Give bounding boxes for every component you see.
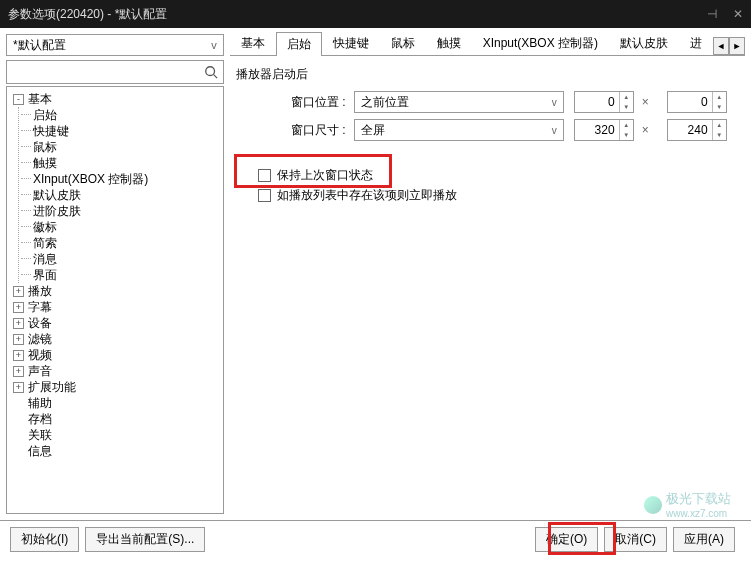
spinner-up-icon[interactable]: ▲: [620, 120, 633, 130]
checkbox-label: 保持上次窗口状态: [277, 167, 373, 184]
size-w-spinner[interactable]: 320 ▲▼: [574, 119, 634, 141]
spinner-down-icon[interactable]: ▼: [620, 102, 633, 112]
tree-child[interactable]: 启始: [19, 107, 221, 123]
ok-button[interactable]: 确定(O): [535, 527, 598, 552]
tab-hotkey[interactable]: 快捷键: [322, 31, 380, 55]
window-title: 参数选项(220420) - *默认配置: [8, 6, 707, 23]
tree-toggle-icon[interactable]: +: [13, 318, 24, 329]
keep-last-window-state-checkbox[interactable]: 保持上次窗口状态: [236, 165, 739, 185]
multiply-icon: ×: [642, 95, 649, 109]
footer: 初始化(I) 导出当前配置(S)... 确定(O) 取消(C) 应用(A): [0, 520, 751, 558]
config-selector-value: *默认配置: [13, 37, 211, 54]
tree-item[interactable]: +滤镜: [9, 331, 221, 347]
tree-child[interactable]: 界面: [19, 267, 221, 283]
search-box[interactable]: [6, 60, 224, 84]
close-icon[interactable]: ✕: [733, 7, 743, 21]
spinner-down-icon[interactable]: ▼: [620, 130, 633, 140]
tree-label: 基本: [28, 91, 52, 108]
search-icon[interactable]: [203, 64, 219, 80]
tab-touch[interactable]: 触摸: [426, 31, 472, 55]
tab-scroll-right-icon[interactable]: ►: [729, 37, 745, 55]
spinner-down-icon[interactable]: ▼: [713, 130, 726, 140]
window-size-select[interactable]: 全屏 v: [354, 119, 564, 141]
tab-xinput[interactable]: XInput(XBOX 控制器): [472, 31, 609, 55]
window-size-label: 窗口尺寸 :: [276, 122, 346, 139]
window-position-select[interactable]: 之前位置 v: [354, 91, 564, 113]
checkbox-label: 如播放列表中存在该项则立即播放: [277, 187, 457, 204]
svg-line-1: [213, 75, 217, 79]
tree-item[interactable]: +设备: [9, 315, 221, 331]
spinner-up-icon[interactable]: ▲: [713, 92, 726, 102]
size-h-spinner[interactable]: 240 ▲▼: [667, 119, 727, 141]
tree-item[interactable]: +扩展功能: [9, 379, 221, 395]
tree-toggle-icon[interactable]: +: [13, 382, 24, 393]
apply-button[interactable]: 应用(A): [673, 527, 735, 552]
svg-point-0: [205, 67, 214, 76]
tree-child[interactable]: 简索: [19, 235, 221, 251]
tree-toggle-icon[interactable]: +: [13, 350, 24, 361]
pin-icon[interactable]: ⊣: [707, 7, 717, 21]
tree-item[interactable]: 关联: [9, 427, 221, 443]
tab-more[interactable]: 进: [679, 31, 713, 55]
chevron-down-icon: v: [552, 125, 557, 136]
tree-toggle-icon[interactable]: +: [13, 302, 24, 313]
chevron-down-icon: v: [211, 39, 217, 51]
window-position-label: 窗口位置 :: [276, 94, 346, 111]
tree-toggle-icon[interactable]: +: [13, 334, 24, 345]
cancel-button[interactable]: 取消(C): [604, 527, 667, 552]
tree-child[interactable]: 徽标: [19, 219, 221, 235]
tree-item[interactable]: +播放: [9, 283, 221, 299]
settings-tree: - 基本 启始 快捷键 鼠标 触摸 XInput(XBOX 控制器) 默认皮肤 …: [6, 86, 224, 514]
tree-toggle-icon[interactable]: -: [13, 94, 24, 105]
tab-skin[interactable]: 默认皮肤: [609, 31, 679, 55]
tree-item[interactable]: +视频: [9, 347, 221, 363]
tree-child[interactable]: 快捷键: [19, 123, 221, 139]
tree-item[interactable]: +字幕: [9, 299, 221, 315]
config-selector[interactable]: *默认配置 v: [6, 34, 224, 56]
tree-toggle-icon[interactable]: +: [13, 366, 24, 377]
group-label: 播放器启动后: [236, 66, 739, 83]
chevron-down-icon: v: [552, 97, 557, 108]
tree-child[interactable]: 鼠标: [19, 139, 221, 155]
checkbox-icon[interactable]: [258, 169, 271, 182]
checkbox-icon[interactable]: [258, 189, 271, 202]
tree-child[interactable]: 触摸: [19, 155, 221, 171]
multiply-icon: ×: [642, 123, 649, 137]
pos-y-spinner[interactable]: 0 ▲▼: [667, 91, 727, 113]
spinner-down-icon[interactable]: ▼: [713, 102, 726, 112]
tab-start[interactable]: 启始: [276, 32, 322, 56]
tabs: 基本 启始 快捷键 鼠标 触摸 XInput(XBOX 控制器) 默认皮肤 进 …: [230, 34, 745, 56]
tab-mouse[interactable]: 鼠标: [380, 31, 426, 55]
tree-child[interactable]: 默认皮肤: [19, 187, 221, 203]
tree-child[interactable]: 进阶皮肤: [19, 203, 221, 219]
titlebar: 参数选项(220420) - *默认配置 ⊣ ✕: [0, 0, 751, 28]
search-input[interactable]: [11, 62, 203, 82]
export-config-button[interactable]: 导出当前配置(S)...: [85, 527, 205, 552]
pos-x-spinner[interactable]: 0 ▲▼: [574, 91, 634, 113]
tab-basic[interactable]: 基本: [230, 31, 276, 55]
tree-item[interactable]: 辅助: [9, 395, 221, 411]
spinner-up-icon[interactable]: ▲: [713, 120, 726, 130]
tree-item[interactable]: +声音: [9, 363, 221, 379]
tree-toggle-icon[interactable]: +: [13, 286, 24, 297]
content-panel: 播放器启动后 窗口位置 : 之前位置 v 0 ▲▼ × 0 ▲▼: [230, 56, 745, 514]
play-if-exists-checkbox[interactable]: 如播放列表中存在该项则立即播放: [236, 185, 739, 205]
tree-child[interactable]: XInput(XBOX 控制器): [19, 171, 221, 187]
tab-scroll-left-icon[interactable]: ◄: [713, 37, 729, 55]
initialize-button[interactable]: 初始化(I): [10, 527, 79, 552]
tree-item[interactable]: 存档: [9, 411, 221, 427]
tree-item[interactable]: 信息: [9, 443, 221, 459]
tree-item-basic[interactable]: - 基本: [9, 91, 221, 107]
tree-child[interactable]: 消息: [19, 251, 221, 267]
spinner-up-icon[interactable]: ▲: [620, 92, 633, 102]
